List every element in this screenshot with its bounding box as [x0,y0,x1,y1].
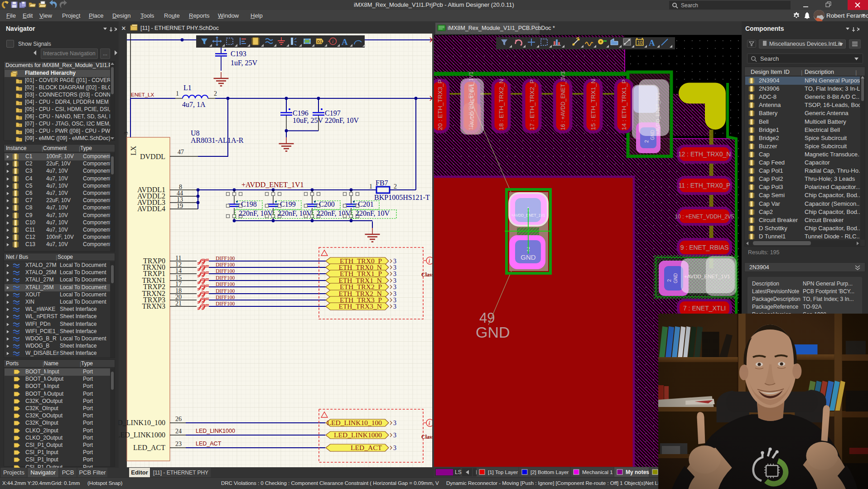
svg-text:C200: C200 [319,200,335,208]
svg-text:C198: C198 [241,200,257,208]
svg-text:A: A [342,37,348,47]
svg-text:C193: C193 [231,50,246,58]
svg-text:TRXN3: TRXN3 [142,302,165,310]
svg-text:20: 20 [175,294,182,300]
svg-text:16 : +AVDD_ENET_3V3: 16 : +AVDD_ENET_3V3 [560,71,566,130]
svg-text:2: 2 [644,140,649,143]
svg-text:1: 1 [176,90,179,97]
svg-text:LED_LINK1000: LED_LINK1000 [334,431,382,439]
svg-text:AR8031-AL1A-R: AR8031-AL1A-R [191,136,244,144]
svg-text:1: 1 [369,183,372,190]
svg-text:47: 47 [178,149,184,155]
svg-text:U8: U8 [191,129,200,137]
svg-text:LED_ACT: LED_ACT [196,441,222,447]
svg-text:ETH_TRX3_N: ETH_TRX3_N [338,302,382,310]
svg-text:15: 15 [175,274,182,281]
svg-text:20 : ETH_TRX3_P: 20 : ETH_TRX3_P [437,79,444,130]
svg-text:GND: GND [673,273,678,283]
svg-text:+AVDD_ENET_1V1: +AVDD_ENET_1V1 [469,84,475,128]
svg-text:Class: Class [421,434,434,440]
svg-text:2: 2 [394,183,397,190]
svg-text:DIFF100: DIFF100 [216,281,235,287]
svg-text:3: 3 [393,284,396,290]
svg-text:220nF, 10V: 220nF, 10V [325,116,359,124]
svg-text:3: 3 [122,132,129,135]
svg-text:+AVDD_ENET_1V1: +AVDD_ENET_1V1 [655,92,661,135]
svg-text:C199: C199 [280,200,296,208]
svg-text:DIFF100: DIFF100 [216,256,235,261]
svg-text:3: 3 [393,297,396,304]
svg-text:3: 3 [393,303,396,310]
svg-text:[2] Bottom Layer: [2] Bottom Layer [530,470,569,475]
svg-text:44: 44 [177,190,183,197]
svg-text:i: i [332,39,333,44]
svg-text:LED_LINK1000: LED_LINK1000 [119,431,165,439]
svg-text:14: 14 [175,267,182,274]
svg-text:12 : ETH_TRX0_N: 12 : ETH_TRX0_N [678,150,731,158]
svg-text:26: 26 [175,416,182,422]
svg-text:19: 19 [177,203,183,209]
svg-text:DIFF100: DIFF100 [216,262,235,267]
svg-text:[1] Top Layer: [1] Top Layer [488,470,518,475]
svg-text:9 : ENET_RBIAS: 9 : ENET_RBIAS [680,244,729,251]
svg-text:DIFF100: DIFF100 [216,275,235,281]
svg-text:AVDDL4: AVDDL4 [137,205,165,213]
svg-text:My notes: My notes [626,469,649,475]
svg-text:✕: ✕ [121,25,126,32]
svg-text:21: 21 [175,300,182,307]
svg-text:3: 3 [393,445,396,451]
svg-text:220nF, 10V: 220nF, 10V [356,209,390,217]
svg-text:18: 18 [175,287,182,294]
svg-text:LX: LX [130,145,137,155]
svg-text:D1: D1 [317,39,323,44]
svg-text:10 : +ENET_VDDH_2V5: 10 : +ENET_VDDH_2V5 [675,213,734,220]
svg-text:2: 2 [214,90,217,97]
svg-text:LS: LS [455,469,462,475]
svg-text:17: 17 [175,281,182,287]
svg-text:LED_ACT: LED_ACT [351,444,382,451]
svg-text:11 : ETH_TRX0_P: 11 : ETH_TRX0_P [679,182,731,189]
svg-text:+AVDD_ENET_1V1: +AVDD_ENET_1V1 [241,181,304,189]
svg-text:3: 3 [393,271,396,277]
svg-text:11: 11 [175,255,181,261]
svg-text:3: 3 [393,258,396,265]
svg-text:iMX8M_Rex_Module_V1I1_PCB.PcbD: iMX8M_Rex_Module_V1I1_PCB.PcbDoc * [448,25,555,31]
svg-text:17 : ETH_TRX2_P: 17 : ETH_TRX2_P [529,79,535,130]
svg-text:14 : ETH_TRX1_P: 14 : ETH_TRX1_P [621,79,627,130]
svg-text:DIFF100: DIFF100 [216,301,235,306]
svg-text:LED_ACT: LED_ACT [133,444,165,451]
svg-text:DIFF100: DIFF100 [216,295,235,300]
svg-text:+AVDD_ENET_1V1: +AVDD_ENET_1V1 [684,274,730,279]
svg-text:3: 3 [393,420,396,426]
svg-text:L1: L1 [183,84,192,92]
svg-text:7 : ENET_XTLI: 7 : ENET_XTLI [683,305,726,312]
svg-text:FB7: FB7 [376,179,388,187]
svg-text:18 : ETH_TRX2_N: 18 : ETH_TRX2_N [498,79,505,130]
svg-text:Class: Class [421,271,434,278]
svg-text:D_LINK10_100: D_LINK10_100 [119,419,165,426]
svg-text:DVDDL: DVDDL [140,153,165,160]
svg-text:12: 12 [175,261,182,268]
svg-text:DIFF100: DIFF100 [216,288,235,294]
svg-text:3: 3 [393,432,396,439]
svg-text:ENET_LX: ENET_LX [131,92,154,97]
svg-text:LED_LINK1000: LED_LINK1000 [196,428,235,434]
svg-text:23: 23 [175,441,182,447]
svg-text:GND: GND [650,130,655,140]
svg-text:15 : ETH_TRX1_N: 15 : ETH_TRX1_N [590,79,597,130]
svg-text:DIFF100: DIFF100 [216,268,235,274]
svg-text:A: A [649,38,655,48]
svg-text:10: 10 [637,40,643,45]
svg-text:13: 13 [177,196,183,203]
svg-text:1uF, 25V: 1uF, 25V [231,59,258,67]
svg-text:8: 8 [179,184,182,190]
svg-text:24: 24 [175,428,182,435]
svg-text:Robert Feranec: Robert Feranec [826,12,868,19]
svg-text:GND: GND [476,324,510,341]
svg-text:C196: C196 [293,109,309,117]
svg-text:3: 3 [393,277,396,284]
svg-text:C201: C201 [358,200,374,208]
svg-text:Mechanical 1: Mechanical 1 [582,470,613,475]
svg-text:[11] - ETHERNET PHY.SchDoc: [11] - ETHERNET PHY.SchDoc [140,25,219,31]
svg-text:2: 2 [666,279,672,282]
